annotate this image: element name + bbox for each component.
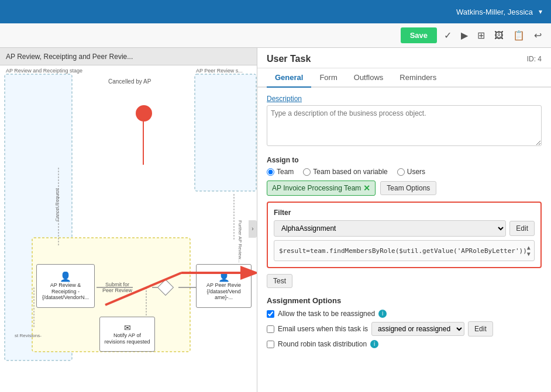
play-icon[interactable]: ▶ [459,29,470,42]
filter-box: Filter AlphaAssignment Edit $result=team… [267,202,542,268]
panel-content: Description Assign to Team Team based on… [257,88,551,392]
allow-reassign-row: Allow the task to be reassigned i [267,310,542,318]
save-button[interactable]: Save [401,27,437,43]
ap-review-task-node[interactable]: 👤 AP Review &Receipting -{/dataset/Vendo… [36,264,95,308]
team-row: AP Invoice Processing Team ✕ Team Option… [267,181,542,196]
right-panel: User Task ID: 4 General Form Outflows Re… [257,48,551,392]
email-edit-button[interactable]: Edit [468,321,493,337]
radio-users[interactable]: Users [397,168,425,176]
description-label: Description [267,95,542,103]
round-robin-row: Round robin task distribution i [267,340,542,348]
panel-title: User Task [267,54,311,64]
svg-text:AP Review and Receipting stage: AP Review and Receipting stage [6,68,82,74]
undo-icon[interactable]: ↩ [532,29,544,42]
radio-team[interactable]: Team [267,168,294,176]
svg-text:Further AP Review...: Further AP Review... [237,220,243,263]
filter-select[interactable]: AlphaAssignment [274,220,506,237]
username-label: Watkins-Miller, Jessica [456,8,533,16]
svg-text:AP Peer Review s...: AP Peer Review s... [196,68,243,74]
round-robin-label: Round robin task distribution [278,340,367,348]
panel-id: ID: 4 [527,55,542,63]
tab-reminders[interactable]: Reminders [391,68,445,88]
team-tag[interactable]: AP Invoice Processing Team ✕ [267,181,376,196]
image-icon[interactable]: 🖼 [492,29,506,42]
email-users-row: Email users when this task is assigned o… [267,321,542,337]
radio-team-var-input[interactable] [303,168,311,176]
cancelled-label: Cancelled by AP [108,78,151,85]
round-robin-info-icon[interactable]: i [370,340,378,348]
allow-reassign-label: Allow the task to be reassigned [278,310,375,318]
round-robin-checkbox[interactable] [267,341,274,348]
email-users-checkbox[interactable] [267,325,274,333]
radio-team-input[interactable] [267,168,274,176]
notify-ap-task-node[interactable]: ✉ Notify AP ofrevisions requested [99,317,155,352]
toolbar: Save ✓ ▶ ⊞ 🖼 📋 ↩ [0,23,551,48]
team-name-label: AP Invoice Processing Team [272,184,361,192]
allow-reassign-checkbox[interactable] [267,310,274,318]
radio-users-input[interactable] [397,168,405,176]
workflow-panel: AP Review, Receipting and Peer Revie... [0,48,257,392]
filter-code: $result=team.findMembersByRole($util.get… [279,247,527,255]
filter-code-box: $result=team.findMembersByRole($util.get… [274,240,535,261]
filter-label: Filter [274,209,535,217]
radio-group: Team Team based on variable Users [267,168,542,176]
team-options-button[interactable]: Team Options [380,181,436,195]
gateway-diamond [157,279,174,296]
filter-select-row: AlphaAssignment Edit [274,220,535,237]
panel-toggle-button[interactable]: › [249,220,257,238]
tab-outflows[interactable]: Outflows [346,68,392,88]
panel-header: User Task ID: 4 [257,48,551,68]
clipboard-icon[interactable]: 📋 [511,29,527,42]
workflow-title: AP Review, Receipting and Peer Revie... [0,48,257,65]
svg-rect-1 [195,74,256,191]
svg-text:Cancel Request: Cancel Request [54,188,60,221]
radio-team-var[interactable]: Team based on variable [303,168,387,176]
ap-peer-review-task-node[interactable]: 👤 AP Peer Revie{/dataset/Vendame}-... [196,264,252,308]
header-bar: Watkins-Miller, Jessica ▾ [0,0,551,23]
assign-to-section: Assign to Team Team based on variable Us… [267,156,542,196]
checkmark-icon[interactable]: ✓ [442,29,454,42]
user-dropdown-arrow[interactable]: ▾ [539,8,542,16]
assignment-options: Assignment Options Allow the task to be … [267,296,542,348]
svg-rect-0 [5,74,72,360]
email-status-select[interactable]: assigned or reassigned [371,322,464,336]
submit-peer-review-label: Submit for Peer Review [101,282,133,293]
svg-text:st Revisions-: st Revisions- [15,333,42,338]
test-button[interactable]: Test [267,274,292,288]
workflow-area: Cancel Request Further AP Review... st R… [0,65,257,392]
filter-scroll-arrows[interactable]: ▲ ▼ [527,244,531,257]
grid-icon[interactable]: ⊞ [475,29,487,42]
team-remove-icon[interactable]: ✕ [363,183,370,193]
assignment-options-title: Assignment Options [267,296,542,305]
description-textarea[interactable] [267,105,542,146]
tabs-container: General Form Outflows Reminders [257,68,551,88]
tab-general[interactable]: General [267,68,311,88]
cancelled-event-circle [136,105,152,122]
assign-to-label: Assign to [267,156,542,164]
email-users-label: Email users when this task is [278,325,368,333]
tab-form[interactable]: Form [311,68,345,88]
filter-edit-button[interactable]: Edit [509,221,535,236]
main-container: AP Review, Receipting and Peer Revie... [0,48,551,392]
allow-reassign-info-icon[interactable]: i [378,310,387,318]
